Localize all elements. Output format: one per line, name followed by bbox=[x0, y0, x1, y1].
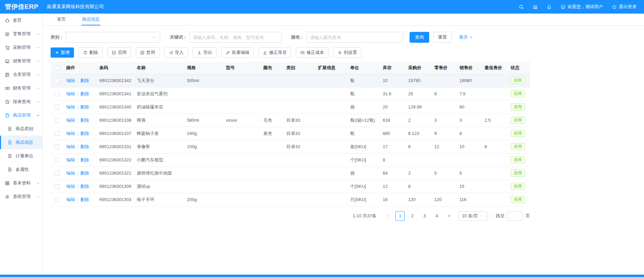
table-row[interactable]: 编辑|删除6901236301338啤酒580mlxxsxx无色目录33瓶/(箱… bbox=[51, 114, 530, 127]
edit-link[interactable]: 编辑 bbox=[66, 104, 75, 110]
column-header-actions: 操作 bbox=[63, 62, 97, 74]
row-checkbox[interactable] bbox=[55, 131, 59, 136]
row-checkbox[interactable] bbox=[55, 144, 59, 149]
delete-link[interactable]: 删除 bbox=[80, 131, 89, 136]
disable-button[interactable]: 禁用 bbox=[136, 47, 159, 58]
table-cell bbox=[261, 166, 284, 180]
tab-product-info[interactable]: 商品信息 bbox=[81, 14, 100, 25]
logout-button[interactable]: 退出登录 bbox=[612, 4, 637, 10]
edit-link[interactable]: 编辑 bbox=[66, 144, 75, 149]
chevron-down-icon bbox=[37, 182, 40, 185]
table-cell bbox=[457, 153, 482, 166]
edit-link[interactable]: 编辑 bbox=[66, 118, 75, 123]
row-checkbox[interactable] bbox=[55, 184, 59, 189]
page-size-select[interactable]: 10 条/页 bbox=[458, 211, 487, 221]
table-cell: 测试sp bbox=[134, 180, 184, 193]
table-row[interactable]: 编辑|删除6901236301342飞天茅台500ml瓶101578018060… bbox=[51, 74, 530, 87]
welcome-user[interactable]: 欢迎您，测试用户 bbox=[561, 4, 603, 10]
prev-page-button[interactable] bbox=[383, 211, 393, 221]
delete-link[interactable]: 删除 bbox=[80, 78, 89, 83]
color-input[interactable] bbox=[306, 32, 403, 43]
delete-link[interactable]: 删除 bbox=[80, 184, 89, 189]
import-button[interactable]: 导入 bbox=[164, 47, 188, 58]
table-row[interactable]: 编辑|删除6901236301303电子手环200g只[SKU]18120120… bbox=[51, 193, 530, 206]
search-icon[interactable] bbox=[519, 4, 524, 9]
category-select[interactable] bbox=[66, 32, 160, 43]
page-button-4[interactable]: 4 bbox=[432, 211, 441, 221]
sidebar-item-home[interactable]: 首页 bbox=[0, 14, 42, 27]
jump-page-input[interactable] bbox=[507, 211, 523, 221]
fix-cost-button[interactable]: 修正成本 bbox=[296, 47, 328, 58]
page-button-2[interactable]: 2 bbox=[408, 211, 417, 221]
table-row[interactable]: 编辑|删除6901236301322小鹏汽车模型个[SKU]8启用 bbox=[51, 153, 530, 166]
reset-button[interactable]: 重置 bbox=[433, 32, 452, 43]
sidebar-item-product-info[interactable]: 商品信息 bbox=[0, 136, 42, 149]
edit-link[interactable]: 编辑 bbox=[66, 157, 75, 162]
sidebar-item-multi-attribute[interactable]: 多属性 bbox=[0, 163, 42, 176]
sidebar-item-purchase[interactable]: 采购管理 bbox=[0, 41, 42, 54]
page-button-3[interactable]: 3 bbox=[420, 211, 429, 221]
table-cell bbox=[482, 100, 508, 114]
sidebar-item-base-data[interactable]: 基本资料 bbox=[0, 176, 42, 190]
page-button-1[interactable]: 1 bbox=[395, 211, 405, 221]
row-checkbox[interactable] bbox=[55, 78, 59, 83]
edit-link[interactable]: 编辑 bbox=[66, 131, 75, 136]
enable-button[interactable]: 启用 bbox=[107, 47, 131, 58]
table-cell: 袋 bbox=[347, 166, 380, 180]
sidebar-item-warehouse[interactable]: 仓库管理 bbox=[0, 68, 42, 81]
keyword-input[interactable] bbox=[189, 32, 282, 43]
search-button[interactable]: 查询 bbox=[410, 32, 429, 43]
delete-button[interactable]: 删除 bbox=[79, 47, 102, 58]
select-all-checkbox[interactable] bbox=[55, 66, 59, 71]
edit-link[interactable]: 编辑 bbox=[66, 197, 75, 202]
sidebar-item-products[interactable]: 商品管理 bbox=[0, 108, 42, 122]
next-page-button[interactable] bbox=[444, 211, 454, 221]
delete-link[interactable]: 删除 bbox=[80, 118, 89, 123]
edit-link[interactable]: 编辑 bbox=[66, 171, 75, 176]
table-row[interactable]: 编辑|删除6901236301309测试sp个[SKU]12815启用 bbox=[51, 180, 530, 193]
bell-icon[interactable] bbox=[547, 4, 552, 9]
chevron-right-icon bbox=[447, 214, 451, 218]
fix-stock-button[interactable]: 修正库存 bbox=[259, 47, 291, 58]
column-header-color: 颜色 bbox=[261, 62, 284, 74]
sidebar-item-retail[interactable]: 零售管理 bbox=[0, 27, 42, 41]
add-button[interactable]: 新增 bbox=[51, 47, 74, 58]
bank-icon[interactable] bbox=[533, 4, 538, 9]
table-row[interactable]: 编辑|删除6901236301340奶油味爆米花袋20129.9960启用 bbox=[51, 100, 530, 114]
column-setting-button[interactable]: 列设置 bbox=[333, 47, 361, 58]
edit-link[interactable]: 编辑 bbox=[66, 184, 75, 189]
edit-link[interactable]: 编辑 bbox=[66, 78, 75, 83]
sidebar-item-product-category[interactable]: 商品类别 bbox=[0, 122, 42, 136]
table-cell bbox=[315, 166, 347, 180]
sidebar-item-sales[interactable]: 销售管理 bbox=[0, 54, 42, 68]
edit-link[interactable]: 编辑 bbox=[66, 91, 75, 96]
table-cell bbox=[261, 100, 284, 114]
row-checkbox[interactable] bbox=[55, 171, 59, 176]
expand-link[interactable]: 展开 bbox=[459, 34, 473, 40]
batch-edit-button[interactable]: 批量编辑 bbox=[221, 47, 254, 58]
sidebar-item-reports[interactable]: 报表查询 bbox=[0, 95, 42, 108]
delete-link[interactable]: 删除 bbox=[80, 104, 89, 110]
table-row[interactable]: 编辑|删除6901236301331录像带100g目录33条[SKU]17612… bbox=[51, 140, 530, 153]
table-row[interactable]: 编辑|删除6901236301321康师傅红烧牛肉面袋64255启用 bbox=[51, 166, 530, 180]
table-row[interactable]: 编辑|删除6901236301341雷达杀虫气雾剂瓶31.62587.5启用 bbox=[51, 87, 530, 100]
category-label: 类别： bbox=[51, 34, 64, 40]
delete-link[interactable]: 删除 bbox=[80, 171, 89, 176]
delete-link[interactable]: 删除 bbox=[80, 197, 89, 202]
keyword-label: 关键词： bbox=[170, 34, 187, 40]
delete-link[interactable]: 删除 bbox=[80, 157, 89, 162]
table-cell: 6901236301342 bbox=[97, 74, 134, 87]
table-row[interactable]: 编辑|删除6901236301337蜂蜜柚子茶240g黄色目录33瓶6806.1… bbox=[51, 127, 530, 140]
row-checkbox[interactable] bbox=[55, 197, 59, 202]
export-button[interactable]: 导出 bbox=[193, 47, 216, 58]
row-checkbox[interactable] bbox=[55, 158, 59, 162]
tab-home[interactable]: 首页 bbox=[56, 14, 67, 25]
delete-link[interactable]: 删除 bbox=[80, 91, 89, 96]
row-checkbox[interactable] bbox=[55, 105, 59, 110]
sidebar-item-system[interactable]: 系统管理 bbox=[0, 190, 42, 203]
row-checkbox[interactable] bbox=[55, 118, 59, 123]
row-checkbox[interactable] bbox=[55, 92, 59, 96]
sidebar-item-units[interactable]: 计量单位 bbox=[0, 149, 42, 163]
sidebar-item-finance[interactable]: 财务管理 bbox=[0, 81, 42, 95]
delete-link[interactable]: 删除 bbox=[80, 144, 89, 149]
